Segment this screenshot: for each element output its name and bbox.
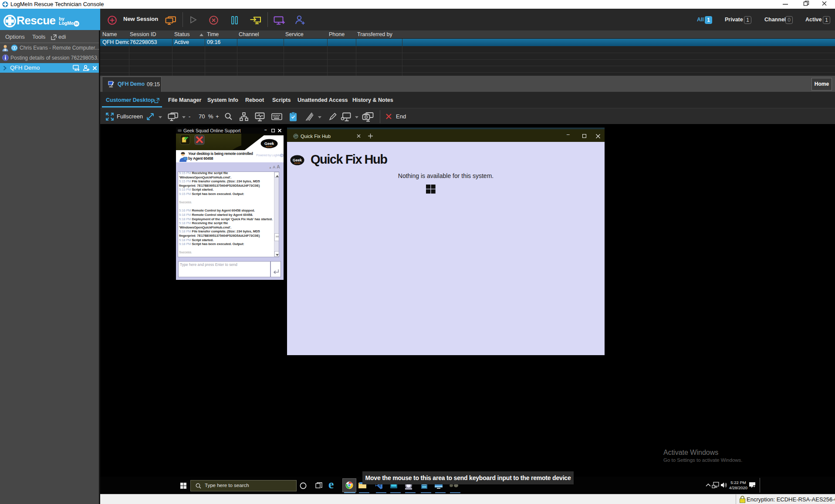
svg-text:SQUAD: SQUAD bbox=[266, 146, 273, 148]
svg-text:Geek: Geek bbox=[264, 141, 274, 146]
svg-text:Geek: Geek bbox=[293, 158, 302, 162]
svg-text:SQUAD: SQUAD bbox=[294, 162, 300, 164]
